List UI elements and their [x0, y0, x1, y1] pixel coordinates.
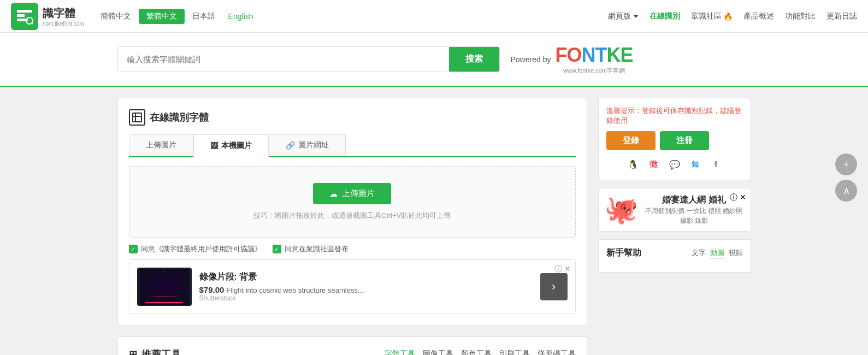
tools-header: ⊞ 推薦工具 字體工具 圖像工具 顏色工具 印刷工具 條形碼工具: [129, 348, 576, 355]
checkbox-row: ✓ 同意《識字體最終用戶使用許可協議》 ✓ 同意在衆識社區發布: [129, 244, 576, 254]
recognition-tabs: 上傳圖片 🖼 本機圖片 🔗 圖片網址: [129, 134, 576, 157]
lang-english[interactable]: English: [223, 10, 259, 23]
lang-traditional[interactable]: 繁體中文: [139, 9, 185, 24]
link-icon: 🔗: [286, 141, 295, 150]
octopus-icon: 🐙: [604, 194, 638, 226]
nav-updates[interactable]: 更新日誌: [826, 11, 857, 21]
ad-controls: ⓘ ✕: [554, 264, 571, 274]
float-plus-button[interactable]: +: [835, 153, 857, 175]
sidebar-ad-content: 🐙 婚宴達人網 婚礼 不用個別詢價 一次比 禮照 婚紗照 攝影 錄影: [604, 194, 745, 226]
ad-art: [140, 269, 189, 305]
login-tip: 溫馨提示：登錄後可保存識別記錄，建議登錄使用: [606, 106, 743, 126]
ad-info-icon-right[interactable]: ⓘ: [730, 193, 737, 203]
main-content: 在線識別字體 上傳圖片 🖼 本機圖片 🔗 圖片網址 ☁ 上傳圖片: [107, 98, 762, 355]
content-left: 在線識別字體 上傳圖片 🖼 本機圖片 🔗 圖片網址 ☁ 上傳圖片: [117, 98, 587, 355]
search-area: 搜索 Powered by FONTKE www.fontke.com字客網: [0, 33, 868, 87]
floating-buttons: + ∧: [835, 153, 857, 202]
tools-nav: 字體工具 圖像工具 顏色工具 印刷工具 條形碼工具: [385, 349, 576, 355]
help-tab-text[interactable]: 文字: [692, 248, 706, 258]
tools-nav-color[interactable]: 顏色工具: [461, 349, 492, 355]
sidebar-help: 新手幫助 文字 動圖 視頻: [598, 239, 751, 273]
tools-grid-icon: ⊞: [129, 348, 137, 355]
powered-by: Powered by FONTKE www.fontke.com字客網: [511, 44, 633, 75]
tab-local[interactable]: 🖼 本機圖片: [193, 134, 269, 157]
login-button[interactable]: 登錄: [606, 131, 656, 150]
search-box: 搜索: [117, 46, 500, 72]
tools-title: ⊞ 推薦工具: [129, 348, 181, 355]
logo: 識字體 nont.likefont.com: [11, 3, 84, 30]
svg-rect-5: [133, 113, 141, 122]
svg-rect-0: [17, 10, 32, 13]
upload-icon: ☁: [329, 189, 338, 199]
nav-online-recognition[interactable]: 在線識別: [649, 11, 680, 21]
ad-content: 錄像片段: 背景 $79.00 Flight into cosmic web s…: [199, 271, 533, 302]
recognition-panel: 在線識別字體 上傳圖片 🖼 本機圖片 🔗 圖片網址 ☁ 上傳圖片: [117, 98, 587, 326]
social-qq-icon[interactable]: 🐧: [625, 157, 641, 172]
checkbox-checked-icon-2: ✓: [273, 245, 281, 253]
dropdown-arrow-icon: [633, 15, 639, 18]
tools-nav-image[interactable]: 圖像工具: [423, 349, 453, 355]
content-right: 溫馨提示：登錄後可保存識別記錄，建議登錄使用 登錄 注冊 🐧 微 💬 知 f ⓘ…: [598, 98, 751, 355]
ad-badge: ⓘ ✕: [730, 193, 746, 203]
image-icon: 🖼: [210, 141, 218, 150]
svg-rect-1: [17, 14, 25, 17]
social-zhihu-icon[interactable]: 知: [688, 157, 703, 172]
social-weibo-icon[interactable]: 微: [646, 157, 662, 172]
tab-upload[interactable]: 上傳圖片: [129, 134, 193, 156]
recognition-icon: [129, 109, 145, 126]
nav-lang: 簡體中文 繁體中文 日本語 English: [95, 9, 259, 24]
search-input[interactable]: [118, 47, 449, 72]
tools-nav-font[interactable]: 字體工具: [385, 349, 415, 355]
ad-close-icon-right[interactable]: ✕: [740, 193, 746, 203]
help-header: 新手幫助 文字 動圖 視頻: [606, 247, 743, 259]
upload-area[interactable]: ☁ 上傳圖片 技巧：將圖片拖放於此，或通過截圖工具Ctrl+V貼於此均可上傳: [129, 166, 576, 238]
checkbox-checked-icon: ✓: [129, 245, 138, 253]
nav-webpage[interactable]: 網頁版: [608, 11, 639, 21]
lang-japanese[interactable]: 日本語: [187, 9, 221, 23]
logo-icon: [11, 3, 38, 30]
main-nav: 網頁版 在線識別 眾識社區 🔥 產品概述 功能對比 更新日誌: [608, 11, 857, 21]
ad-thumbnail: [137, 268, 192, 306]
tab-url[interactable]: 🔗 圖片網址: [269, 134, 346, 156]
upload-button[interactable]: ☁ 上傳圖片: [313, 183, 391, 204]
ad-info-icon[interactable]: ⓘ: [554, 264, 562, 274]
fire-icon: 🔥: [723, 12, 733, 21]
ad-banner: ⓘ ✕ 錄像片段: 背景 $79.00 Flight into cosmic w…: [129, 259, 576, 314]
float-up-button[interactable]: ∧: [835, 180, 857, 202]
panel-title: 在線識別字體: [129, 109, 576, 126]
header: 識字體 nont.likefont.com 簡體中文 繁體中文 日本語 Engl…: [0, 0, 868, 33]
svg-line-4: [32, 23, 33, 24]
help-tab-video[interactable]: 視頻: [729, 248, 743, 258]
help-tab-gif[interactable]: 動圖: [710, 248, 724, 258]
tools-nav-barcode[interactable]: 條形碼工具: [538, 349, 576, 355]
sidebar-ad: ⓘ ✕ 🐙 婚宴達人網 婚礼 不用個別詢價 一次比 禮照 婚紗照 攝影 錄影: [598, 188, 751, 232]
nav-compare[interactable]: 功能對比: [785, 11, 816, 21]
ad-close-icon[interactable]: ✕: [564, 264, 571, 274]
register-button[interactable]: 注冊: [660, 131, 709, 150]
social-wechat-icon[interactable]: 💬: [667, 157, 682, 172]
tools-section: ⊞ 推薦工具 字體工具 圖像工具 顏色工具 印刷工具 條形碼工具: [117, 336, 587, 355]
search-container: 搜索 Powered by FONTKE www.fontke.com字客網: [107, 44, 762, 75]
nav-products[interactable]: 產品概述: [743, 11, 774, 21]
search-button[interactable]: 搜索: [449, 47, 499, 72]
help-tabs: 文字 動圖 視頻: [692, 248, 743, 258]
social-facebook-icon[interactable]: f: [708, 157, 724, 172]
logo-text: 識字體 nont.likefont.com: [43, 6, 84, 27]
tools-nav-print[interactable]: 印刷工具: [499, 349, 530, 355]
fontke-logo: FONTKE www.fontke.com字客網: [555, 44, 633, 75]
sidebar-login: 溫馨提示：登錄後可保存識別記錄，建議登錄使用 登錄 注冊 🐧 微 💬 知 f: [598, 98, 751, 180]
ad-arrow-button[interactable]: ›: [540, 273, 568, 300]
checkbox-community[interactable]: ✓ 同意在衆識社區發布: [273, 244, 349, 254]
social-icons: 🐧 微 💬 知 f: [606, 157, 743, 172]
checkbox-license[interactable]: ✓ 同意《識字體最終用戶使用許可協議》: [129, 244, 262, 254]
login-buttons: 登錄 注冊: [606, 131, 743, 150]
lang-simplified[interactable]: 簡體中文: [95, 9, 137, 23]
nav-community[interactable]: 眾識社區 🔥: [691, 11, 733, 21]
